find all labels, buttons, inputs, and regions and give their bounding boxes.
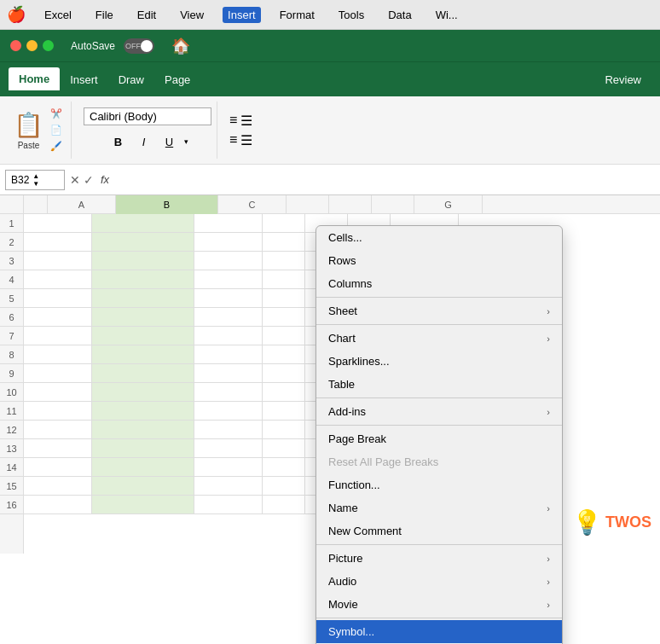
menu-item-symbol[interactable]: Symbol...	[316, 620, 562, 643]
confirm-formula-icon[interactable]: ✓	[84, 173, 94, 187]
cell-c15[interactable]	[194, 477, 263, 496]
minimize-button[interactable]	[26, 40, 38, 51]
cell-d3[interactable]	[263, 252, 305, 270]
cell-d6[interactable]	[263, 308, 305, 327]
col-header-a[interactable]: A	[48, 195, 116, 214]
underline-button[interactable]: U	[159, 131, 181, 153]
menu-data[interactable]: Data	[383, 7, 416, 23]
close-button[interactable]	[10, 40, 21, 51]
cancel-formula-icon[interactable]: ✕	[70, 173, 80, 187]
menu-item-function[interactable]: Function...	[316, 473, 562, 496]
menu-item-pagebreak[interactable]: Page Break	[316, 427, 562, 450]
menu-item-picture[interactable]: Picture ›	[316, 547, 562, 570]
cell-a5[interactable]	[24, 289, 92, 308]
col-header-c[interactable]: C	[218, 195, 287, 214]
cell-d15[interactable]	[263, 477, 305, 496]
cell-d14[interactable]	[263, 458, 305, 477]
list-icon[interactable]: ☰	[240, 132, 252, 148]
fx-button[interactable]: fx	[97, 173, 113, 186]
cell-b12[interactable]	[92, 421, 194, 439]
cell-b9[interactable]	[92, 364, 194, 383]
cell-a8[interactable]	[24, 345, 92, 364]
cell-a12[interactable]	[24, 421, 92, 439]
col-header-d[interactable]	[287, 195, 329, 214]
cell-d5[interactable]	[263, 289, 305, 308]
cell-b2[interactable]	[92, 233, 194, 252]
menu-item-chart[interactable]: Chart ›	[316, 327, 562, 350]
tab-review[interactable]: Review	[594, 68, 651, 91]
cell-c1[interactable]	[194, 214, 263, 233]
menu-excel[interactable]: Excel	[39, 7, 77, 23]
cell-b4[interactable]	[92, 270, 194, 289]
menu-item-newcomment[interactable]: New Comment	[316, 519, 562, 542]
menu-tools[interactable]: Tools	[333, 7, 369, 23]
cell-c14[interactable]	[194, 458, 263, 477]
cell-d13[interactable]	[263, 439, 305, 458]
format-painter-button[interactable]: 🖌️	[47, 139, 66, 154]
cell-b13[interactable]	[92, 439, 194, 458]
menu-item-columns[interactable]: Columns	[316, 272, 562, 295]
cell-b10[interactable]	[92, 383, 194, 402]
menu-insert[interactable]: Insert	[223, 7, 261, 23]
menu-item-rows[interactable]: Rows	[316, 249, 562, 272]
autosave-toggle[interactable]: OFF	[124, 38, 154, 54]
cell-c13[interactable]	[194, 439, 263, 458]
menu-format[interactable]: Format	[275, 7, 320, 23]
tab-insert[interactable]: Insert	[60, 68, 108, 91]
menu-view[interactable]: View	[175, 7, 209, 23]
cell-b1[interactable]	[92, 214, 194, 233]
menu-item-sparklines[interactable]: Sparklines...	[316, 350, 562, 373]
cell-c8[interactable]	[194, 345, 263, 364]
menu-item-addins[interactable]: Add-ins ›	[316, 400, 562, 423]
cell-a6[interactable]	[24, 308, 92, 327]
maximize-button[interactable]	[43, 40, 54, 51]
cell-c7[interactable]	[194, 327, 263, 345]
menu-edit[interactable]: Edit	[132, 7, 161, 23]
col-header-e[interactable]	[329, 195, 372, 214]
cell-c10[interactable]	[194, 383, 263, 402]
menu-item-audio[interactable]: Audio ›	[316, 570, 562, 593]
col-header-f[interactable]	[372, 195, 414, 214]
underline-dropdown[interactable]: ▾	[184, 137, 188, 146]
cell-c16[interactable]	[194, 496, 263, 514]
cell-a2[interactable]	[24, 233, 92, 252]
cell-ref-arrows[interactable]: ▲▼	[32, 172, 39, 188]
align-right-icon[interactable]: ☰	[240, 113, 252, 129]
cell-a4[interactable]	[24, 270, 92, 289]
cell-c11[interactable]	[194, 402, 263, 421]
cell-d10[interactable]	[263, 383, 305, 402]
cell-b6[interactable]	[92, 308, 194, 327]
cell-d1[interactable]	[263, 214, 305, 233]
cell-b3[interactable]	[92, 252, 194, 270]
cell-b8[interactable]	[92, 345, 194, 364]
cell-a1[interactable]	[24, 214, 92, 233]
cell-a11[interactable]	[24, 402, 92, 421]
home-icon[interactable]: 🏠	[171, 37, 190, 55]
col-header-b[interactable]: B	[116, 195, 218, 214]
menu-item-name[interactable]: Name ›	[316, 496, 562, 519]
cell-d9[interactable]	[263, 364, 305, 383]
cell-c4[interactable]	[194, 270, 263, 289]
cell-reference-box[interactable]: B32 ▲▼	[5, 170, 65, 190]
menu-item-table[interactable]: Table	[316, 373, 562, 396]
cell-b16[interactable]	[92, 496, 194, 514]
menu-item-sheet[interactable]: Sheet ›	[316, 299, 562, 322]
paste-button[interactable]: 📋 Paste	[14, 111, 43, 150]
align-left-icon[interactable]: ≡	[229, 113, 237, 129]
menu-wi[interactable]: Wi...	[431, 7, 463, 23]
tab-page[interactable]: Page	[154, 68, 200, 91]
cut-button[interactable]: ✂️	[47, 107, 66, 121]
menu-file[interactable]: File	[90, 7, 119, 23]
apple-menu[interactable]: 🍎	[7, 5, 26, 24]
cell-a14[interactable]	[24, 458, 92, 477]
cell-c5[interactable]	[194, 289, 263, 308]
cell-c2[interactable]	[194, 233, 263, 252]
font-name-box[interactable]: Calibri (Body)	[84, 107, 211, 125]
tab-draw[interactable]: Draw	[108, 68, 154, 91]
col-header-g[interactable]: G	[414, 195, 483, 214]
cell-a10[interactable]	[24, 383, 92, 402]
cell-d2[interactable]	[263, 233, 305, 252]
menu-item-cells[interactable]: Cells...	[316, 226, 562, 249]
cell-a16[interactable]	[24, 496, 92, 514]
cell-a13[interactable]	[24, 439, 92, 458]
